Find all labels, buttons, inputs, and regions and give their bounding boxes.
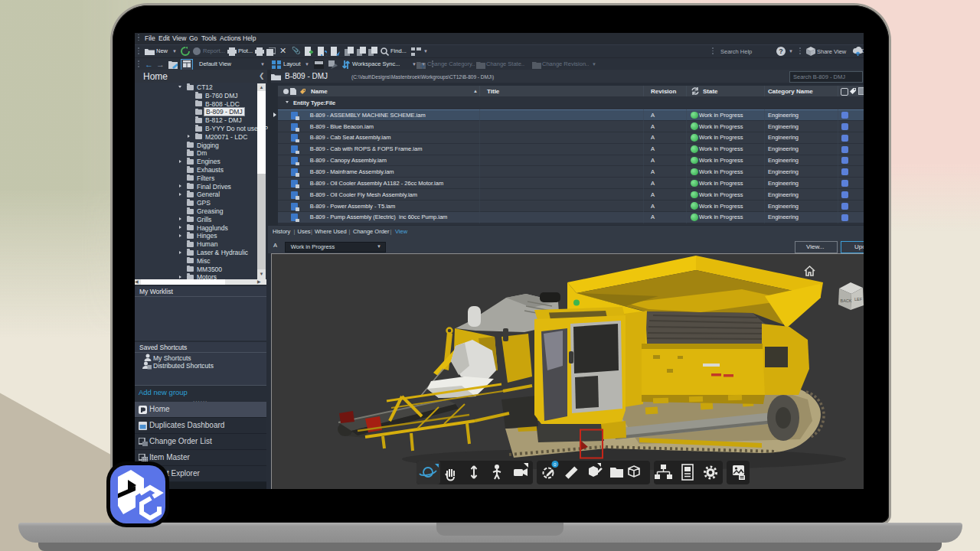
svg-text:BACK: BACK [841, 298, 852, 303]
svg-text:LEF: LEF [854, 297, 863, 302]
